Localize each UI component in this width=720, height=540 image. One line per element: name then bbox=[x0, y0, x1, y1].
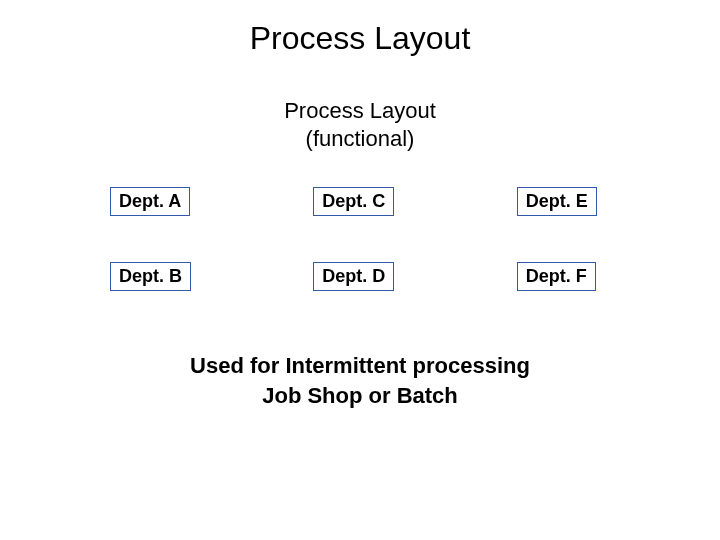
dept-b-box: Dept. B bbox=[110, 262, 191, 291]
departments-grid: Dept. A Dept. C Dept. E Dept. B Dept. D … bbox=[80, 187, 640, 291]
subtitle-line1: Process Layout bbox=[284, 98, 436, 123]
diagram-caption: Used for Intermittent processing Job Sho… bbox=[0, 351, 720, 410]
dept-a-box: Dept. A bbox=[110, 187, 190, 216]
dept-e-box: Dept. E bbox=[517, 187, 597, 216]
subtitle: Process Layout (functional) bbox=[0, 97, 720, 152]
subtitle-line2: (functional) bbox=[306, 126, 415, 151]
dept-d-box: Dept. D bbox=[313, 262, 394, 291]
dept-f-box: Dept. F bbox=[517, 262, 596, 291]
caption-line2: Job Shop or Batch bbox=[262, 383, 458, 408]
caption-line1: Used for Intermittent processing bbox=[190, 353, 530, 378]
page-title: Process Layout bbox=[0, 20, 720, 57]
dept-c-box: Dept. C bbox=[313, 187, 394, 216]
